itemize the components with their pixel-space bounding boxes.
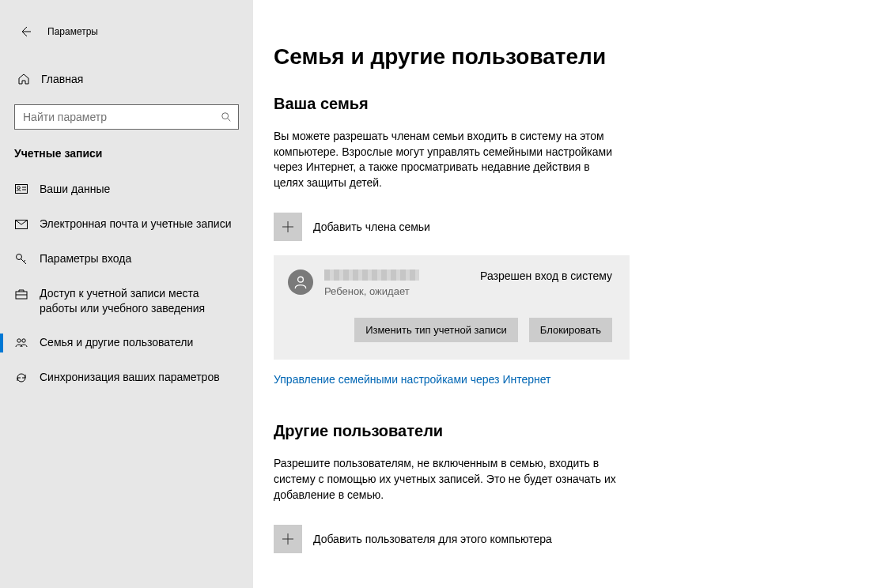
manage-family-link[interactable]: Управление семейными настройками через И…	[274, 373, 550, 386]
svg-point-1	[222, 113, 229, 119]
others-section-title: Другие пользователи	[274, 422, 870, 440]
home-icon	[17, 73, 30, 85]
user-role: Ребенок, ожидает	[324, 285, 480, 297]
sidebar-item-label: Семья и другие пользователи	[40, 335, 193, 350]
search-input[interactable]	[15, 105, 214, 129]
sidebar-item-email-accounts[interactable]: Электронная почта и учетные записи	[0, 207, 253, 242]
mail-icon	[14, 217, 28, 232]
sidebar-item-label: Доступ к учетной записи места работы или…	[40, 286, 239, 316]
add-family-label: Добавить члена семьи	[313, 220, 430, 233]
people-icon	[14, 336, 28, 350]
family-user-card[interactable]: Ребенок, ожидает Разрешен вход в систему…	[274, 255, 630, 360]
sidebar-item-label: Синхронизация ваших параметров	[40, 370, 220, 385]
add-family-member[interactable]: Добавить члена семьи	[274, 213, 870, 241]
sidebar-home[interactable]: Главная	[0, 63, 253, 95]
user-name-redacted	[324, 270, 419, 281]
person-card-icon	[14, 183, 28, 197]
sidebar: Параметры Главная Учетные записи Ваши да…	[0, 0, 253, 588]
window-title: Параметры	[47, 26, 98, 37]
block-button[interactable]: Блокировать	[529, 318, 612, 342]
family-description: Вы можете разрешать членам семьи входить…	[274, 129, 622, 190]
sidebar-item-family[interactable]: Семья и другие пользователи	[0, 326, 253, 360]
titlebar: Параметры	[0, 19, 253, 44]
sidebar-home-label: Главная	[41, 73, 83, 85]
search-icon[interactable]	[214, 111, 238, 122]
sidebar-item-sync[interactable]: Синхронизация ваших параметров	[0, 360, 253, 395]
sidebar-item-label: Ваши данные	[40, 182, 110, 197]
main-content: Семья и другие пользователи Ваша семья В…	[253, 0, 870, 588]
plus-icon	[274, 213, 302, 241]
svg-point-17	[298, 277, 304, 283]
key-icon	[14, 252, 28, 266]
add-other-user[interactable]: Добавить пользователя для этого компьюте…	[274, 525, 870, 553]
briefcase-icon	[14, 287, 28, 301]
others-description: Разрешите пользователям, не включенным в…	[274, 456, 622, 503]
sidebar-item-label: Параметры входа	[40, 251, 131, 266]
sidebar-item-work-access[interactable]: Доступ к учетной записи места работы или…	[0, 277, 253, 326]
page-title: Семья и другие пользователи	[274, 44, 870, 70]
plus-icon	[274, 525, 302, 553]
sidebar-item-label: Электронная почта и учетные записи	[40, 217, 231, 232]
svg-point-8	[17, 254, 22, 260]
back-button[interactable]	[17, 24, 33, 40]
svg-rect-3	[16, 185, 28, 194]
sidebar-section-header: Учетные записи	[0, 147, 253, 160]
search-wrap	[0, 104, 253, 130]
avatar	[288, 270, 313, 295]
sync-icon	[14, 371, 28, 385]
sidebar-item-your-info[interactable]: Ваши данные	[0, 172, 253, 207]
add-other-label: Добавить пользователя для этого компьюте…	[313, 533, 552, 545]
user-status: Разрешен вход в систему	[480, 270, 612, 282]
family-section-title: Ваша семья	[274, 95, 870, 113]
svg-line-10	[24, 260, 25, 262]
svg-point-14	[22, 339, 25, 342]
svg-point-4	[17, 187, 21, 190]
search-box[interactable]	[14, 104, 239, 130]
svg-line-2	[228, 119, 231, 122]
svg-point-13	[17, 339, 21, 342]
sidebar-item-signin-options[interactable]: Параметры входа	[0, 242, 253, 277]
change-account-type-button[interactable]: Изменить тип учетной записи	[354, 318, 518, 342]
